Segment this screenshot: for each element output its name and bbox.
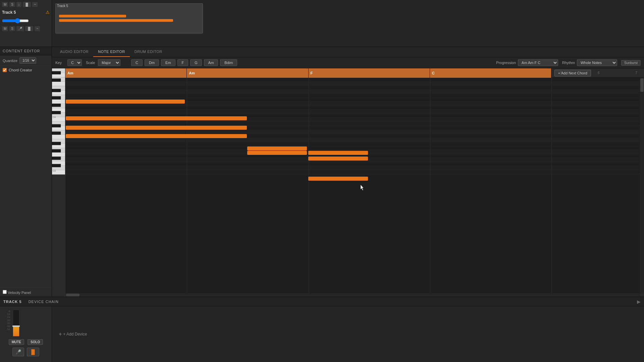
chord-creator-label: Chord Creator — [9, 68, 32, 72]
chord-section-am1[interactable]: Am — [65, 68, 187, 78]
wave-button[interactable]: ~ — [32, 2, 38, 7]
mic-button[interactable]: 🎤 — [16, 26, 24, 31]
note-bar-2[interactable] — [66, 116, 247, 120]
note-bar-5[interactable] — [247, 146, 307, 150]
svg-rect-33 — [52, 124, 61, 127]
sunburst-toggle[interactable]: Sunburst — [621, 60, 641, 66]
volume-slider[interactable] — [2, 18, 29, 23]
velocity-panel-checkbox[interactable] — [3, 290, 7, 294]
chord-section-c[interactable]: C — [430, 68, 551, 78]
v-scrollbar[interactable] — [640, 78, 644, 293]
chord-creator-row: Chord Creator — [0, 66, 52, 74]
key-select[interactable]: C D E F G A B — [67, 59, 82, 66]
note-bar-1[interactable] — [66, 100, 185, 104]
arm-button[interactable]: ↓ — [16, 2, 21, 7]
h-scrollbar[interactable] — [65, 293, 640, 297]
v-line-2 — [309, 78, 309, 297]
grid-row-15 — [65, 138, 644, 142]
quantize-select[interactable]: 1/16 1/8 1/4 — [19, 57, 36, 64]
grid-row-1 — [65, 82, 644, 86]
meter-button[interactable]: ▐▌ — [23, 2, 31, 7]
grid-row-3 — [65, 90, 644, 94]
svg-rect-31 — [52, 104, 61, 107]
chord-c[interactable]: C — [131, 59, 143, 66]
note-bar-6[interactable] — [247, 151, 307, 155]
v-line-1 — [187, 78, 187, 297]
note-bar-7[interactable] — [308, 151, 368, 155]
note-bar-4[interactable] — [66, 134, 247, 138]
note-bar-8[interactable] — [308, 157, 368, 161]
tab-drum-editor[interactable]: DRUM EDITOR — [130, 47, 167, 57]
solo-button[interactable]: SOLO — [28, 339, 43, 345]
level-numbers: 8 16 24 32 40 48 54 — [3, 310, 10, 331]
m-button[interactable]: M — [2, 2, 8, 7]
note-bar-3[interactable] — [66, 126, 247, 130]
grid-row-0 — [65, 78, 644, 82]
bottom-left-controls: 8 16 24 32 40 48 54 MUTE SOLO — [0, 306, 52, 362]
bottom-track-title-label: TRACK 5 — [0, 300, 25, 304]
editor-tabs: AUDIO EDITOR NOTE EDITOR DRUM EDITOR — [52, 47, 644, 57]
chord-f[interactable]: F — [177, 59, 189, 66]
chord-creator-checkbox[interactable] — [3, 68, 7, 72]
chord-em[interactable]: Em — [161, 59, 175, 66]
grid-row-16 — [65, 142, 644, 146]
grid-row-7 — [65, 106, 644, 110]
velocity-label: Velocity Panel — [8, 291, 31, 295]
chord-section-am2[interactable]: Am — [187, 68, 308, 78]
v-line-4 — [551, 78, 552, 297]
clip-bar-1 — [59, 15, 126, 17]
chord-bdim[interactable]: Bdim — [220, 59, 237, 66]
rhythm-label: Rhythm — [562, 61, 575, 65]
chord-g[interactable]: G — [190, 59, 202, 66]
progression-controls: Progression Am Am F C C G Am F I IV V I … — [496, 59, 641, 66]
svg-rect-38 — [52, 164, 61, 167]
h-scroll-thumb[interactable] — [66, 294, 79, 296]
scale-select[interactable]: Major Minor Dorian — [98, 59, 120, 66]
track-btn-row2: M S 🎤 ▐▌ ~ — [2, 26, 50, 31]
beat-number-7: 7 — [635, 71, 637, 75]
velocity-panel-row: Velocity Panel — [0, 288, 52, 297]
rhythm-select[interactable]: Whole Notes Half Notes Quarter Notes — [577, 59, 617, 66]
key-label: Key — [55, 61, 65, 65]
meter-button-2[interactable]: ▐▌ — [25, 26, 33, 31]
note-bar-9[interactable] — [308, 177, 368, 181]
grid-row-2 — [65, 86, 644, 90]
grid-area[interactable]: Am Am F C + Add Next Chord 5 6 7 — [65, 68, 644, 297]
track-clip[interactable]: Track 5 — [55, 3, 203, 34]
bottom-section: TRACK 5 DEVICE CHAIN ▶ 8 16 24 32 40 48 … — [0, 297, 644, 362]
grid-row-c3 — [65, 170, 644, 174]
add-device-plus-icon: + — [59, 331, 62, 337]
volume-fader-track[interactable] — [13, 310, 19, 337]
progression-select[interactable]: Am Am F C C G Am F I IV V I — [518, 59, 558, 66]
chord-dm[interactable]: Dm — [145, 59, 159, 66]
main-editor: AUDIO EDITOR NOTE EDITOR DRUM EDITOR Key… — [52, 47, 644, 297]
grid-row-21 — [65, 162, 644, 166]
track-clip-content — [56, 10, 203, 30]
scale-label: Scale — [86, 61, 96, 65]
quantize-label: Quantize — [3, 59, 17, 63]
piano-icon-button[interactable]: ▐▌ — [27, 348, 40, 356]
warning-icon: ⚠ — [46, 10, 50, 15]
svg-rect-8 — [52, 99, 65, 104]
svg-rect-36 — [52, 149, 61, 153]
chord-section-f[interactable]: F — [309, 68, 430, 78]
wave-button-2[interactable]: ~ — [35, 26, 40, 31]
mute-button[interactable]: MUTE — [9, 339, 24, 345]
chord-am[interactable]: Am — [204, 59, 218, 66]
device-chain-area: + + Add Device — [52, 306, 644, 362]
s-button-2[interactable]: S — [9, 26, 15, 31]
clip-bar-2 — [59, 19, 173, 22]
svg-rect-37 — [52, 157, 61, 160]
tab-audio-editor[interactable]: AUDIO EDITOR — [55, 47, 93, 57]
fader-handle[interactable] — [12, 325, 20, 327]
m-button-2[interactable]: M — [2, 26, 8, 31]
mic-icon-button[interactable]: 🎤 — [12, 348, 24, 356]
s-button[interactable]: S — [9, 2, 15, 7]
quantize-row: Quantize 1/16 1/8 1/4 — [0, 55, 52, 66]
beat-number-5: 5 — [560, 71, 562, 75]
v-scroll-thumb[interactable] — [640, 78, 644, 92]
tab-note-editor[interactable]: NOTE EDITOR — [93, 47, 129, 57]
track-title-row: Track 5 ⚠ — [2, 10, 50, 15]
expand-button[interactable]: ▶ — [637, 299, 641, 304]
add-device-button[interactable]: + + Add Device — [59, 331, 87, 337]
